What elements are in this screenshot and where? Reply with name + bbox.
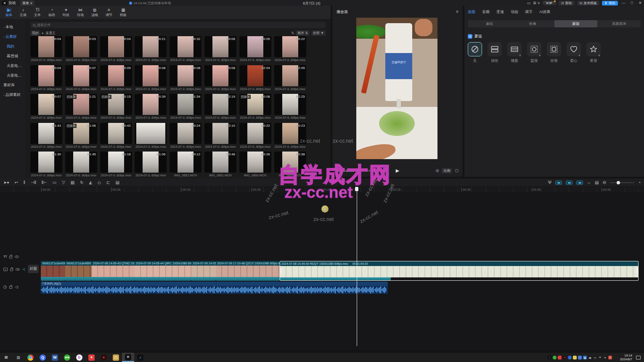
media-item[interactable]: 01:302024-07-0..60fps.mov <box>30 152 62 177</box>
publish-template-button[interactable]: ⊡发布模板 <box>577 1 600 5</box>
timeline-clip[interactable]: 0b061371e3e4890 <box>65 261 92 281</box>
media-item[interactable]: 00:032024-07-0..60fps.mov <box>65 36 97 62</box>
focus-icon[interactable]: ◎ <box>436 168 439 173</box>
close-button[interactable]: ✕ <box>637 1 643 5</box>
sidebar-item-本地[interactable]: •本地 <box>0 22 25 32</box>
crop-tool[interactable]: ▧ <box>71 180 74 185</box>
play-button[interactable]: ▶ <box>396 168 399 173</box>
media-item[interactable]: 00:092024-07-0..60fps.mov <box>100 65 132 91</box>
keyframe-button[interactable]: ◇ <box>98 180 101 185</box>
tab-AI效果[interactable]: AI效果 <box>539 9 551 15</box>
media-item[interactable]: 00:042024-07-0..60fps.mov <box>30 65 62 91</box>
mirror-tool[interactable]: ◭ <box>89 180 93 185</box>
toolbar-item-文本[interactable]: TI文本 <box>30 6 45 19</box>
tray-search-icon[interactable] <box>568 356 572 359</box>
visibility-icon[interactable] <box>15 256 19 258</box>
media-item[interactable]: 02:252024-07-0..60fps.mov <box>274 94 306 120</box>
subtab-美颜美体[interactable]: 美颜美体 <box>597 20 641 27</box>
split-right-button[interactable]: ‖⊢ <box>42 180 47 185</box>
toolbar-item-转场[interactable]: ⋈转场 <box>73 6 87 19</box>
media-item[interactable]: 00:062024-07-0..60fps.mov <box>204 36 236 62</box>
sidebar-item-品牌素材[interactable]: •品牌素材 <box>0 90 25 100</box>
mask-option-星形[interactable]: ↓星形 <box>586 42 601 64</box>
media-item[interactable]: 00:12IMG_0852.MOV <box>170 152 201 177</box>
quark-browser-icon[interactable]: Q <box>37 353 49 362</box>
mask-option-无[interactable]: 无 <box>468 42 482 64</box>
sidebar-item-慕思城[interactable]: 慕思城 <box>0 51 25 61</box>
timer-icon[interactable]: ◔ <box>638 180 641 185</box>
tray-mic-icon[interactable]: Ψ <box>598 356 602 359</box>
media-item[interactable]: 00:212024-07-0..60fps.mov <box>135 36 167 62</box>
action-center-icon[interactable] <box>636 356 641 359</box>
task-view-button[interactable]: ▥ <box>12 353 24 362</box>
mask-option-矩形[interactable]: 矩形 <box>547 42 561 64</box>
clip-button[interactable]: ⊡剪辑 <box>559 1 575 5</box>
search-input[interactable]: 搜索文件 <box>30 22 326 28</box>
wechat-icon[interactable]: ●● <box>61 353 73 362</box>
select-tool[interactable]: ➤▾ <box>3 180 9 185</box>
bilibili-icon[interactable]: b <box>73 353 85 362</box>
video-preview[interactable]: 王砚羊奶子 <box>356 18 437 159</box>
zoom-out-icon[interactable]: ⊖ <box>603 180 606 185</box>
media-item[interactable]: 01:542024-07-0..60fps.mov <box>170 94 201 120</box>
media-item[interactable]: 00:26IMG_0850.MOV <box>239 152 271 177</box>
timeline-clip[interactable]: 2024-07-08 14-49-40 RDQY 1920x1080 60fps… <box>280 261 639 281</box>
media-item[interactable]: 00:082024-07-0..60fps.mov <box>135 65 167 91</box>
media-item[interactable]: 00:052024-07-0..60fps.mov <box>239 36 271 62</box>
timeline-clip[interactable]: 2024-07-09 14-05 <box>191 261 216 281</box>
toolbar-item-滤镜[interactable]: ◍滤镜 <box>87 6 102 19</box>
media-item[interactable]: 01:062024-07-0..60fps.mov <box>135 152 167 177</box>
rotate-tool[interactable]: ↻ <box>80 180 83 185</box>
tray-network-icon[interactable]: ▭ <box>593 356 597 359</box>
track-sound-icon[interactable]: ◁ <box>22 267 25 271</box>
tray-volume-icon[interactable]: ◀) <box>588 356 592 359</box>
mask-option-圆形[interactable]: ↓圆形 <box>527 42 541 64</box>
tab-动画[interactable]: 动画 <box>511 9 518 15</box>
undo-button[interactable]: ↩ <box>14 180 18 185</box>
media-item[interactable]: 00:222024-07-0..60fps.mov <box>274 36 306 62</box>
voiceover-mic-icon[interactable]: Ψ <box>548 180 551 185</box>
audio-track[interactable]: 7月30日 (4)(1) <box>41 282 388 294</box>
sort-direction-icon[interactable]: ⇅ <box>291 31 294 35</box>
tray-yellow-icon[interactable] <box>573 356 577 359</box>
order-button[interactable]: 顺序 ⇅ <box>296 30 310 36</box>
media-item[interactable]: 00:08已添加2024-07-0..60fps.mov <box>239 94 271 120</box>
subtab-基础[interactable]: 基础 <box>468 20 511 27</box>
freeze-frame-button[interactable]: ▤ <box>115 180 119 185</box>
track-height-icon[interactable]: ▤ <box>595 180 599 185</box>
media-item[interactable]: 2024-07-0..60fps.mov <box>135 123 167 149</box>
file-explorer-icon[interactable]: 🗀 <box>110 353 122 362</box>
media-item[interactable]: 00:042024-07-0..60fps.mov <box>100 36 132 62</box>
recorder-icon[interactable]: ● <box>98 353 110 362</box>
auto-fit-icon[interactable]: ⇔ <box>587 180 591 185</box>
ratio-button[interactable]: 比例 <box>442 168 452 173</box>
word-icon[interactable]: W <box>49 353 61 362</box>
tray-recorder-icon[interactable]: ● <box>563 356 567 359</box>
douyin-icon[interactable]: ♪ <box>134 353 146 362</box>
delete-button[interactable]: ▭ <box>53 180 56 185</box>
xiaohongshu-icon[interactable]: ✦ <box>85 353 98 362</box>
subtab-蒙版[interactable]: 蒙版 <box>554 20 598 27</box>
split-left-button[interactable]: ⊣‖ <box>31 180 36 185</box>
media-item[interactable]: 02:042024-07-0..60fps.mov <box>239 65 271 91</box>
media-item[interactable]: 00:082024-07-0..60fps.mov <box>170 65 201 91</box>
visibility-icon[interactable] <box>16 268 20 271</box>
media-item[interactable]: 00:392024-07-0..60fps.mov <box>135 94 167 120</box>
sidebar-item-我的[interactable]: 我的 <box>0 42 25 51</box>
start-button[interactable]: ⊞ <box>0 353 12 362</box>
media-item[interactable]: 01:432024-07-0..60fps.mov <box>30 123 62 149</box>
timeline-clip[interactable]: 2024-07-09 14-05-44 QIRC 1920x1080 60fps… <box>135 261 191 281</box>
panel-layout-icon[interactable]: ▭ <box>527 1 531 5</box>
subtab-抠像[interactable]: 抠像 <box>511 20 554 27</box>
breadcrumb-back[interactable]: 我的 <box>30 30 40 36</box>
media-item[interactable]: 00:082024-07-0..60fps.mov <box>204 65 236 91</box>
vip-badge[interactable]: VIP <box>543 1 556 5</box>
jianying-icon[interactable]: ✕ <box>122 353 134 362</box>
maximize-button[interactable]: □ <box>629 1 635 5</box>
split-button[interactable]: ‖ <box>24 180 25 185</box>
media-item[interactable]: 01:162024-07-0..60fps.mov <box>100 152 132 177</box>
preview-axis-toggle[interactable] <box>576 181 583 185</box>
taskbar-clock[interactable]: 19:14 2024/8/7 <box>620 354 632 361</box>
media-item[interactable]: 01:452024-07-0..60fps.mov <box>65 152 97 177</box>
tab-音频[interactable]: 音频 <box>482 9 490 15</box>
